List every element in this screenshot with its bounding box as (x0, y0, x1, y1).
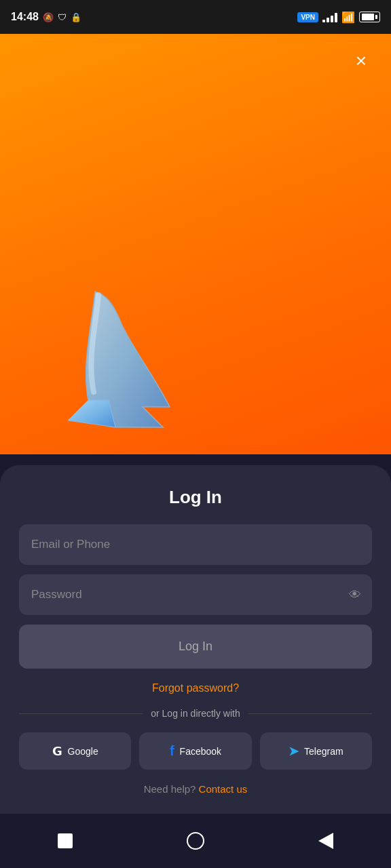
home-button[interactable] (179, 824, 212, 858)
google-label: Google (68, 746, 98, 757)
close-button[interactable]: × (348, 47, 375, 75)
telegram-icon: ➤ (288, 744, 299, 759)
email-phone-input[interactable] (19, 524, 372, 565)
help-row: Need help? Contact us (19, 783, 372, 795)
telegram-login-button[interactable]: ➤ Telegram (260, 732, 372, 770)
social-buttons-row: 𝗚 Google f Facebook ➤ Telegram (19, 732, 372, 770)
notification-mute-icon: 🔕 (43, 12, 54, 22)
facebook-label: Facebook (180, 746, 221, 757)
stop-button[interactable] (48, 824, 82, 858)
facebook-icon: f (170, 743, 174, 759)
back-icon (318, 833, 333, 849)
login-title: Log In (19, 487, 372, 508)
help-text-label: Need help? (144, 783, 196, 795)
wifi-icon: 📶 (341, 11, 355, 24)
status-left: 14:48 🔕 🛡 🔒 (11, 11, 81, 23)
stop-icon (58, 833, 73, 848)
status-time: 14:48 (11, 11, 39, 23)
signal-icon (322, 12, 337, 22)
telegram-label: Telegram (304, 746, 343, 757)
shield-icon: 🛡 (58, 12, 67, 22)
divider-right (248, 713, 372, 714)
contact-us-link[interactable]: Contact us (199, 783, 248, 795)
status-right: VPN 📶 (297, 11, 380, 24)
password-input[interactable] (19, 574, 372, 615)
home-icon (187, 832, 204, 850)
vpn-badge: VPN (297, 12, 318, 22)
forgot-password-link[interactable]: Forgot password? (19, 682, 372, 694)
login-button[interactable]: Log In (19, 625, 372, 669)
facebook-login-button[interactable]: f Facebook (139, 732, 251, 770)
password-wrapper: 👁 (19, 574, 372, 615)
login-sheet: Log In 👁 Log In Forgot password? or Log … (0, 465, 391, 814)
divider-left (19, 713, 143, 714)
battery-icon (359, 12, 380, 22)
orange-background: × (0, 34, 391, 454)
arrow-cursor (68, 285, 204, 434)
navigation-bar (0, 814, 391, 868)
back-button[interactable] (309, 824, 343, 858)
google-login-button[interactable]: 𝗚 Google (19, 732, 131, 770)
status-bar: 14:48 🔕 🛡 🔒 VPN 📶 (0, 0, 391, 34)
eye-toggle-icon[interactable]: 👁 (349, 588, 361, 602)
bitwarden-icon: 🔒 (71, 12, 81, 22)
divider-text: or Log in directly with (151, 708, 240, 719)
google-icon: 𝗚 (52, 744, 62, 759)
divider-row: or Log in directly with (19, 708, 372, 719)
